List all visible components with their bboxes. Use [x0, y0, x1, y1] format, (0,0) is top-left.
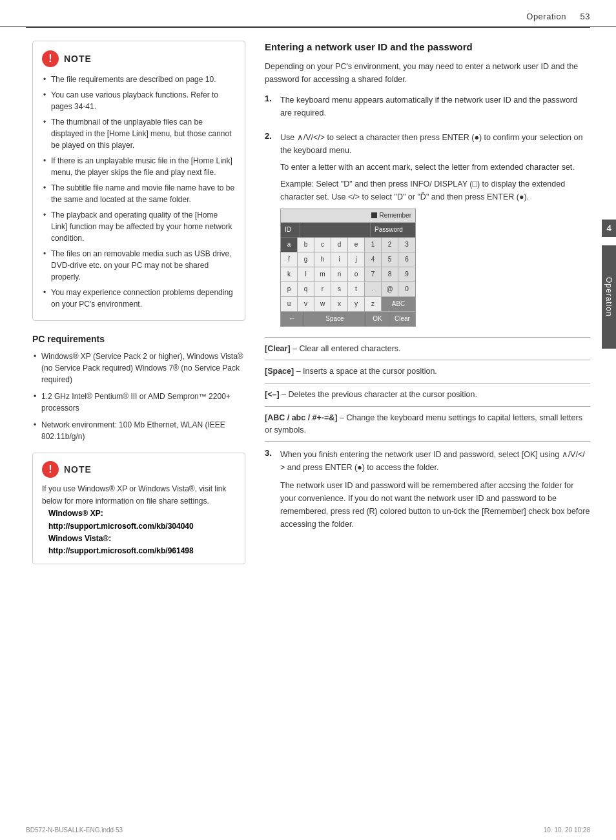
note-title-1: NOTE — [64, 54, 92, 64]
kbd-key-ok[interactable]: OK — [366, 312, 389, 326]
kbd-key-r[interactable]: r — [314, 282, 331, 296]
windows-xp-label: Windows® XP: — [48, 507, 236, 520]
req-item: Windows® XP (Service Pack 2 or higher), … — [32, 351, 245, 385]
note-item: If there is an unplayable music file in … — [42, 155, 236, 178]
note-icon-2: ! — [42, 461, 59, 478]
kbd-key-v[interactable]: v — [298, 297, 314, 311]
kbd-row-5: u v w x y z ABC — [281, 297, 415, 312]
kbd-key-e[interactable]: e — [348, 238, 365, 252]
keyboard-spacer — [300, 223, 370, 237]
req-item: 1.2 GHz Intel® Pentium® III or AMD Sempr… — [32, 391, 245, 414]
keyboard-header: ID Password — [281, 223, 415, 238]
req-item: Network environment: 100 Mb Ethernet, WL… — [32, 419, 245, 442]
kbd-key-6[interactable]: 6 — [398, 252, 415, 267]
kbd-key-x[interactable]: x — [331, 297, 348, 311]
kbd-row-3: k l m n o 7 8 9 — [281, 267, 415, 282]
kbd-key-abc[interactable]: ABC — [382, 297, 415, 311]
kbd-key-l[interactable]: l — [298, 267, 314, 282]
kbd-key-q[interactable]: q — [298, 282, 314, 296]
kbd-key-8[interactable]: 8 — [382, 267, 398, 282]
remember-label: Remember — [380, 210, 411, 221]
left-column: ! NOTE The file requirements are describ… — [32, 41, 245, 564]
kbd-key-at[interactable]: @ — [382, 282, 398, 296]
right-section-heading: Entering a network user ID and the passw… — [265, 41, 590, 54]
kbd-key-g[interactable]: g — [298, 252, 314, 267]
note2-links: Windows® XP: http://support.microsoft.co… — [48, 507, 236, 557]
keyboard-diagram: Remember ID Password a b c — [280, 209, 590, 327]
main-content: ! NOTE The file requirements are describ… — [0, 28, 616, 577]
kbd-key-s[interactable]: s — [331, 282, 348, 296]
step-3: 3. When you finish entering the network … — [265, 448, 590, 535]
note-list-1: The file requirements are described on p… — [42, 74, 236, 310]
kbd-key-dot[interactable]: . — [365, 282, 382, 296]
note-item: The thumbnail of the unplayable files ca… — [42, 116, 236, 151]
kbd-key-p[interactable]: p — [281, 282, 298, 296]
step-3-content: When you finish entering the network use… — [280, 448, 590, 535]
kbd-key-t[interactable]: t — [348, 282, 365, 296]
kbd-key-y[interactable]: y — [348, 297, 365, 311]
step-1: 1. The keyboard menu appears automatical… — [265, 94, 590, 123]
kbd-key-m[interactable]: m — [314, 267, 331, 282]
kbd-key-f[interactable]: f — [281, 252, 298, 267]
kbd-bottom-row: ← Space OK Clear — [281, 312, 415, 326]
note-item: You may experience connection problems d… — [42, 287, 236, 310]
def-clear: [Clear] – Clear all entered characters. — [265, 337, 590, 360]
def-abc: [ABC / abc / #+-=&] – Change the keyboar… — [265, 406, 590, 442]
keyboard-password-label: Password — [370, 223, 415, 237]
windows-vista-label: Windows Vista®: — [48, 533, 236, 545]
step-2-content: Use ∧/V/</> to select a character then p… — [280, 131, 590, 329]
def-backspace: [<–] – Deletes the previous character at… — [265, 383, 590, 406]
kbd-key-c[interactable]: c — [314, 238, 331, 252]
windows-xp-link: http://support.microsoft.com/kb/304040 — [48, 520, 236, 533]
def-space: [Space] – Inserts a space at the cursor … — [265, 360, 590, 383]
windows-vista-link: http://support.microsoft.com/kb/961498 — [48, 545, 236, 557]
kbd-key-7[interactable]: 7 — [365, 267, 382, 282]
kbd-key-k[interactable]: k — [281, 267, 298, 282]
note-item: You can use various playback functions. … — [42, 89, 236, 112]
kbd-key-4[interactable]: 4 — [365, 252, 382, 267]
kbd-key-d[interactable]: d — [331, 238, 348, 252]
kbd-key-b[interactable]: b — [298, 238, 314, 252]
page-number: 53 — [580, 12, 590, 21]
kbd-key-5[interactable]: 5 — [382, 252, 398, 267]
kbd-key-w[interactable]: w — [314, 297, 331, 311]
kbd-row-4: p q r s t . @ 0 — [281, 282, 415, 297]
kbd-row-2: f g h i j 4 5 6 — [281, 252, 415, 267]
kbd-key-z[interactable]: z — [365, 297, 382, 311]
note-title-2: NOTE — [64, 462, 92, 476]
header-section-label: Operation — [526, 12, 566, 21]
step-2: 2. Use ∧/V/</> to select a character the… — [265, 131, 590, 329]
definitions-section: [Clear] – Clear all entered characters. … — [265, 337, 590, 442]
pc-requirements-title: PC requirements — [32, 334, 245, 344]
kbd-key-3[interactable]: 3 — [398, 238, 415, 252]
kbd-key-9[interactable]: 9 — [398, 267, 415, 282]
pc-requirements-list: Windows® XP (Service Pack 2 or higher), … — [32, 351, 245, 442]
kbd-key-u[interactable]: u — [281, 297, 298, 311]
kbd-key-o[interactable]: o — [348, 267, 365, 282]
note-box-2: ! NOTE If you use Windows® XP or Windows… — [32, 453, 245, 564]
right-intro: Depending on your PC's environment, you … — [265, 60, 590, 86]
note-header-2: ! NOTE — [42, 461, 236, 478]
kbd-key-i[interactable]: i — [331, 252, 348, 267]
kbd-key-h[interactable]: h — [314, 252, 331, 267]
kbd-key-space[interactable]: Space — [304, 312, 366, 326]
kbd-key-j[interactable]: j — [348, 252, 365, 267]
step-1-content: The keyboard menu appears automatically … — [280, 94, 590, 123]
pc-requirements-section: PC requirements Windows® XP (Service Pac… — [32, 334, 245, 442]
kbd-key-2[interactable]: 2 — [382, 238, 398, 252]
kbd-row-1: a b c d e 1 2 3 — [281, 238, 415, 252]
kbd-key-n[interactable]: n — [331, 267, 348, 282]
note-item: The playback and operating quality of th… — [42, 209, 236, 244]
side-tab-number: 4 — [602, 220, 616, 237]
side-tab-label: Operation — [602, 245, 616, 349]
kbd-key-backspace[interactable]: ← — [281, 312, 304, 326]
step-3-number: 3. — [265, 448, 275, 535]
kbd-key-0[interactable]: 0 — [398, 282, 415, 296]
page-header: Operation 53 — [0, 0, 616, 27]
kbd-key-1[interactable]: 1 — [365, 238, 382, 252]
kbd-key-a[interactable]: a — [281, 238, 298, 252]
kbd-key-clear[interactable]: Clear — [389, 312, 415, 326]
page-footer: BD572-N-BUSALLK-ENG.indd 53 10. 10. 20 1… — [26, 826, 590, 834]
note-item: The file requirements are described on p… — [42, 74, 236, 85]
remember-checkbox — [371, 212, 377, 218]
